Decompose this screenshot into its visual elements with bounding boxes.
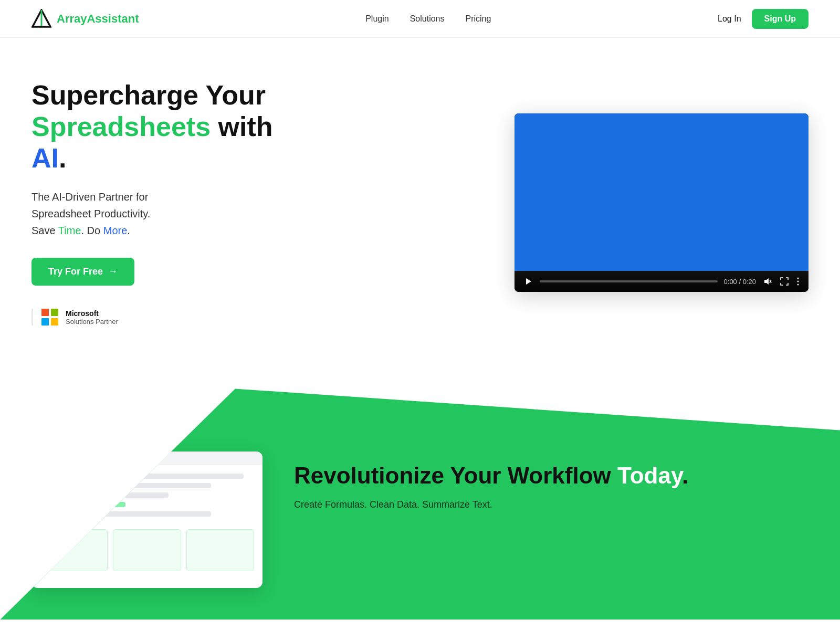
logo-link[interactable]: ArrayAssistant xyxy=(32,9,139,29)
nav-item-solutions[interactable]: Solutions xyxy=(410,14,445,23)
video-mute-button[interactable] xyxy=(762,276,773,287)
mute-icon xyxy=(763,277,772,286)
mockup-block-1 xyxy=(40,529,108,571)
video-fullscreen-button[interactable] xyxy=(779,276,790,287)
navbar: ArrayAssistant Plugin Solutions Pricing … xyxy=(0,0,840,38)
video-controls: 0:00 / 0:20 xyxy=(514,271,808,292)
mockup-titlebar xyxy=(32,452,262,465)
svg-marker-4 xyxy=(764,278,769,285)
mockup-bar-5 xyxy=(40,511,211,517)
hero-title: Supercharge Your Spreadsheets with AI. xyxy=(32,80,304,174)
try-for-free-label: Try For Free xyxy=(48,266,103,277)
nav-links: Plugin Solutions Pricing xyxy=(365,14,491,24)
bottom-section: Revolutionize Your Workflow Today. Creat… xyxy=(0,388,840,620)
try-for-free-button[interactable]: Try For Free → xyxy=(32,258,134,286)
more-icon xyxy=(797,277,799,286)
fullscreen-icon xyxy=(780,277,789,286)
nav-actions: Log In Sign Up xyxy=(718,9,808,29)
video-progress-bar[interactable] xyxy=(540,280,718,282)
play-icon xyxy=(524,277,532,286)
nav-item-pricing[interactable]: Pricing xyxy=(466,14,491,23)
nav-item-plugin[interactable]: Plugin xyxy=(365,14,388,23)
signup-button[interactable]: Sign Up xyxy=(752,9,808,29)
green-background: Revolutionize Your Workflow Today. Creat… xyxy=(0,388,840,620)
mockup-content xyxy=(32,465,262,529)
hero-right: 0:00 / 0:20 xyxy=(514,113,808,292)
brand-name: ArrayAssistant xyxy=(57,12,139,26)
mockup-dot-1 xyxy=(39,456,44,461)
mockup-bar-2 xyxy=(40,483,211,488)
microsoft-partner-badge: Microsoft Solutions Partner xyxy=(32,309,304,326)
mockup-block-3 xyxy=(186,529,254,571)
mockup-bar-3 xyxy=(40,492,169,498)
svg-point-8 xyxy=(797,281,799,282)
mockup-bar-1 xyxy=(40,474,244,479)
mockup-block-2 xyxy=(113,529,181,571)
hero-section: Supercharge Your Spreadsheets with AI. T… xyxy=(0,38,840,357)
mockup-dot-3 xyxy=(56,456,61,461)
arrow-icon: → xyxy=(108,266,118,277)
partner-tagline: Solutions Partner xyxy=(66,318,118,326)
svg-marker-3 xyxy=(526,278,531,285)
svg-point-7 xyxy=(797,278,799,279)
revolutionize-subtitle: Create Formulas. Clean Data. Summarize T… xyxy=(294,499,808,510)
video-player: 0:00 / 0:20 xyxy=(514,113,808,292)
partner-name: Microsoft xyxy=(66,309,118,318)
hero-left: Supercharge Your Spreadsheets with AI. T… xyxy=(32,80,304,326)
mockup-dot-2 xyxy=(47,456,52,461)
green-right: Revolutionize Your Workflow Today. Creat… xyxy=(294,430,808,510)
mockup-bottom xyxy=(32,529,262,580)
app-mockup xyxy=(32,452,262,588)
microsoft-logo-icon xyxy=(41,309,58,326)
video-more-button[interactable] xyxy=(796,276,800,287)
login-button[interactable]: Log In xyxy=(718,14,741,24)
mockup-bar-4 xyxy=(40,502,125,507)
logo-icon xyxy=(32,9,51,29)
green-left xyxy=(32,452,262,588)
video-screen xyxy=(514,113,808,271)
revolutionize-title: Revolutionize Your Workflow Today. xyxy=(294,462,808,490)
svg-point-9 xyxy=(797,284,799,286)
hero-subtitle: The AI-Driven Partner for Spreadsheet Pr… xyxy=(32,188,304,239)
video-time: 0:00 / 0:20 xyxy=(724,278,756,286)
video-play-button[interactable] xyxy=(523,276,533,287)
